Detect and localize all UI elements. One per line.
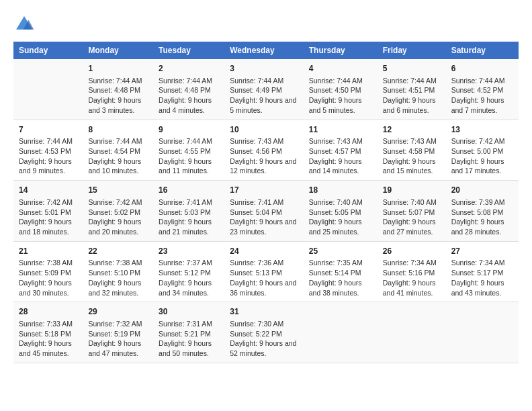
header-cell-monday: Monday bbox=[83, 42, 153, 59]
day-cell: 18Sunrise: 7:40 AMSunset: 5:05 PMDayligh… bbox=[304, 181, 378, 242]
day-number: 3 bbox=[230, 63, 298, 75]
day-cell: 3Sunrise: 7:44 AMSunset: 4:49 PMDaylight… bbox=[224, 59, 304, 120]
day-number: 12 bbox=[383, 124, 441, 136]
day-number: 21 bbox=[19, 246, 77, 257]
header-row: SundayMondayTuesdayWednesdayThursdayFrid… bbox=[13, 42, 519, 59]
day-number: 31 bbox=[230, 306, 298, 318]
day-number: 20 bbox=[451, 185, 513, 196]
day-number: 23 bbox=[159, 246, 219, 257]
header-cell-tuesday: Tuesday bbox=[153, 42, 224, 59]
day-cell: 28Sunrise: 7:33 AMSunset: 5:18 PMDayligh… bbox=[13, 302, 83, 363]
day-number: 18 bbox=[309, 185, 372, 196]
day-number: 29 bbox=[88, 306, 148, 318]
calendar-table: SundayMondayTuesdayWednesdayThursdayFrid… bbox=[13, 42, 519, 363]
day-number: 25 bbox=[309, 246, 372, 257]
day-info: Sunrise: 7:35 AMSunset: 5:14 PMDaylight:… bbox=[309, 258, 372, 298]
day-number: 16 bbox=[159, 185, 219, 196]
day-info: Sunrise: 7:44 AMSunset: 4:52 PMDaylight:… bbox=[451, 76, 513, 116]
week-row-4: 21Sunrise: 7:38 AMSunset: 5:09 PMDayligh… bbox=[13, 241, 519, 302]
day-info: Sunrise: 7:43 AMSunset: 4:57 PMDaylight:… bbox=[309, 136, 372, 176]
day-number: 4 bbox=[309, 63, 372, 75]
day-cell bbox=[378, 302, 446, 363]
day-info: Sunrise: 7:31 AMSunset: 5:21 PMDaylight:… bbox=[159, 319, 219, 359]
day-cell: 5Sunrise: 7:44 AMSunset: 4:51 PMDaylight… bbox=[378, 59, 446, 120]
day-number: 15 bbox=[88, 185, 148, 196]
day-number: 10 bbox=[230, 124, 298, 136]
day-number: 28 bbox=[19, 306, 77, 318]
header bbox=[13, 13, 519, 35]
day-info: Sunrise: 7:44 AMSunset: 4:48 PMDaylight:… bbox=[88, 76, 148, 116]
day-cell: 2Sunrise: 7:44 AMSunset: 4:48 PMDaylight… bbox=[153, 59, 224, 120]
day-number: 8 bbox=[88, 124, 148, 136]
day-info: Sunrise: 7:32 AMSunset: 5:19 PMDaylight:… bbox=[88, 319, 148, 359]
day-cell: 15Sunrise: 7:42 AMSunset: 5:02 PMDayligh… bbox=[83, 181, 153, 242]
day-cell bbox=[13, 59, 83, 120]
header-cell-thursday: Thursday bbox=[304, 42, 378, 59]
header-cell-sunday: Sunday bbox=[13, 42, 83, 59]
day-info: Sunrise: 7:44 AMSunset: 4:48 PMDaylight:… bbox=[159, 76, 219, 116]
day-cell: 8Sunrise: 7:44 AMSunset: 4:54 PMDaylight… bbox=[83, 120, 153, 181]
day-info: Sunrise: 7:41 AMSunset: 5:03 PMDaylight:… bbox=[159, 197, 219, 237]
day-number: 26 bbox=[383, 246, 441, 257]
day-number: 13 bbox=[451, 124, 513, 136]
week-row-2: 7Sunrise: 7:44 AMSunset: 4:53 PMDaylight… bbox=[13, 120, 519, 181]
week-row-3: 14Sunrise: 7:42 AMSunset: 5:01 PMDayligh… bbox=[13, 181, 519, 242]
day-info: Sunrise: 7:33 AMSunset: 5:18 PMDaylight:… bbox=[19, 319, 77, 359]
day-number: 1 bbox=[88, 63, 148, 75]
day-number: 19 bbox=[383, 185, 441, 196]
day-cell: 22Sunrise: 7:38 AMSunset: 5:10 PMDayligh… bbox=[83, 241, 153, 302]
day-number: 11 bbox=[309, 124, 372, 136]
day-info: Sunrise: 7:36 AMSunset: 5:13 PMDaylight:… bbox=[230, 258, 298, 298]
day-cell: 9Sunrise: 7:44 AMSunset: 4:55 PMDaylight… bbox=[153, 120, 224, 181]
day-cell: 10Sunrise: 7:43 AMSunset: 4:56 PMDayligh… bbox=[224, 120, 304, 181]
header-cell-friday: Friday bbox=[378, 42, 446, 59]
day-info: Sunrise: 7:44 AMSunset: 4:50 PMDaylight:… bbox=[309, 76, 372, 116]
day-cell: 16Sunrise: 7:41 AMSunset: 5:03 PMDayligh… bbox=[153, 181, 224, 242]
header-cell-saturday: Saturday bbox=[446, 42, 519, 59]
day-number: 14 bbox=[19, 185, 77, 196]
day-cell: 26Sunrise: 7:34 AMSunset: 5:16 PMDayligh… bbox=[378, 241, 446, 302]
day-cell: 25Sunrise: 7:35 AMSunset: 5:14 PMDayligh… bbox=[304, 241, 378, 302]
day-info: Sunrise: 7:43 AMSunset: 4:56 PMDaylight:… bbox=[230, 136, 298, 176]
day-cell bbox=[304, 302, 378, 363]
day-number: 22 bbox=[88, 246, 148, 257]
day-info: Sunrise: 7:41 AMSunset: 5:04 PMDaylight:… bbox=[230, 197, 298, 237]
day-info: Sunrise: 7:40 AMSunset: 5:07 PMDaylight:… bbox=[383, 197, 441, 237]
day-info: Sunrise: 7:44 AMSunset: 4:49 PMDaylight:… bbox=[230, 76, 298, 116]
day-cell: 17Sunrise: 7:41 AMSunset: 5:04 PMDayligh… bbox=[224, 181, 304, 242]
day-cell: 30Sunrise: 7:31 AMSunset: 5:21 PMDayligh… bbox=[153, 302, 224, 363]
day-cell: 27Sunrise: 7:34 AMSunset: 5:17 PMDayligh… bbox=[446, 241, 519, 302]
day-number: 7 bbox=[19, 124, 77, 136]
day-info: Sunrise: 7:42 AMSunset: 5:00 PMDaylight:… bbox=[451, 136, 513, 176]
day-info: Sunrise: 7:30 AMSunset: 5:22 PMDaylight:… bbox=[230, 319, 298, 359]
day-info: Sunrise: 7:44 AMSunset: 4:54 PMDaylight:… bbox=[88, 136, 148, 176]
day-number: 6 bbox=[451, 63, 513, 75]
day-number: 27 bbox=[451, 246, 513, 257]
day-cell: 7Sunrise: 7:44 AMSunset: 4:53 PMDaylight… bbox=[13, 120, 83, 181]
day-info: Sunrise: 7:44 AMSunset: 4:51 PMDaylight:… bbox=[383, 76, 441, 116]
header-cell-wednesday: Wednesday bbox=[224, 42, 304, 59]
day-info: Sunrise: 7:42 AMSunset: 5:02 PMDaylight:… bbox=[88, 197, 148, 237]
day-info: Sunrise: 7:39 AMSunset: 5:08 PMDaylight:… bbox=[451, 197, 513, 237]
day-cell bbox=[446, 302, 519, 363]
logo bbox=[13, 13, 38, 35]
day-info: Sunrise: 7:40 AMSunset: 5:05 PMDaylight:… bbox=[309, 197, 372, 237]
day-info: Sunrise: 7:38 AMSunset: 5:10 PMDaylight:… bbox=[88, 258, 148, 298]
day-info: Sunrise: 7:44 AMSunset: 4:53 PMDaylight:… bbox=[19, 136, 77, 176]
day-cell: 20Sunrise: 7:39 AMSunset: 5:08 PMDayligh… bbox=[446, 181, 519, 242]
day-info: Sunrise: 7:38 AMSunset: 5:09 PMDaylight:… bbox=[19, 258, 77, 298]
day-cell: 29Sunrise: 7:32 AMSunset: 5:19 PMDayligh… bbox=[83, 302, 153, 363]
day-info: Sunrise: 7:34 AMSunset: 5:17 PMDaylight:… bbox=[451, 258, 513, 298]
day-number: 5 bbox=[383, 63, 441, 75]
day-cell: 23Sunrise: 7:37 AMSunset: 5:12 PMDayligh… bbox=[153, 241, 224, 302]
logo-icon bbox=[13, 13, 35, 35]
day-number: 30 bbox=[159, 306, 219, 318]
day-cell: 1Sunrise: 7:44 AMSunset: 4:48 PMDaylight… bbox=[83, 59, 153, 120]
day-number: 2 bbox=[159, 63, 219, 75]
day-info: Sunrise: 7:34 AMSunset: 5:16 PMDaylight:… bbox=[383, 258, 441, 298]
day-cell: 6Sunrise: 7:44 AMSunset: 4:52 PMDaylight… bbox=[446, 59, 519, 120]
day-info: Sunrise: 7:42 AMSunset: 5:01 PMDaylight:… bbox=[19, 197, 77, 237]
day-cell: 14Sunrise: 7:42 AMSunset: 5:01 PMDayligh… bbox=[13, 181, 83, 242]
day-info: Sunrise: 7:43 AMSunset: 4:58 PMDaylight:… bbox=[383, 136, 441, 176]
day-cell: 24Sunrise: 7:36 AMSunset: 5:13 PMDayligh… bbox=[224, 241, 304, 302]
